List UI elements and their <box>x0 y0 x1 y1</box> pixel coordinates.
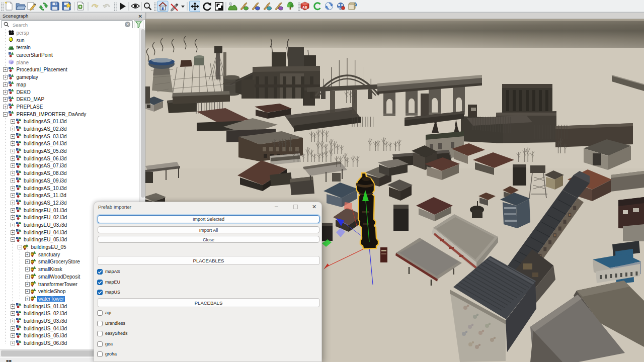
svg-text:AB: AB <box>302 6 307 9</box>
